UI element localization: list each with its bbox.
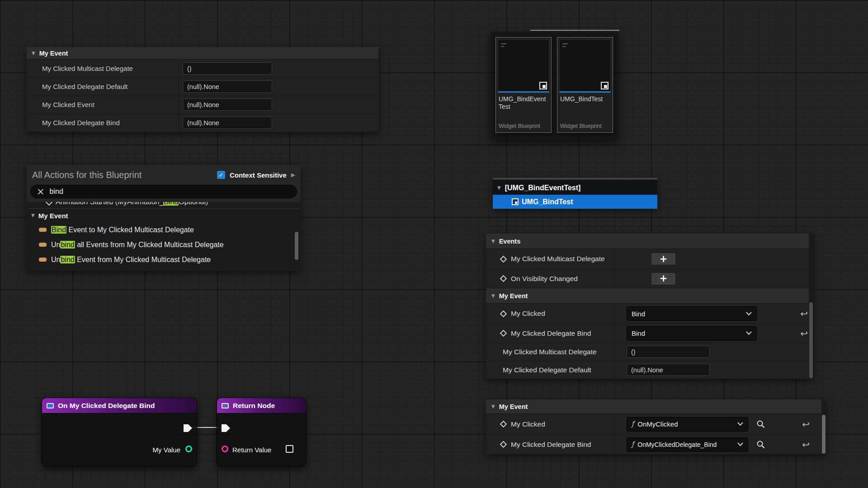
- property-value-field[interactable]: (null).None: [183, 117, 272, 129]
- reset-to-default-icon[interactable]: ↩: [802, 440, 810, 449]
- clear-search-icon[interactable]: ×: [37, 187, 45, 197]
- events-category-title: Events: [499, 238, 521, 245]
- action-item-label: Unbind all Events from My Clicked Multic…: [51, 241, 224, 249]
- collapse-triangle-icon: ▼: [31, 213, 35, 218]
- event-label: My Clicked: [511, 420, 545, 428]
- context-sensitive-checkbox[interactable]: ✓: [217, 171, 225, 179]
- bind-dropdown[interactable]: Bind: [627, 326, 757, 341]
- asset-name: UMG_BindTest: [557, 93, 613, 123]
- detail-row: My Clicked Delegate Default (null).None: [27, 78, 378, 96]
- chevron-down-icon: [746, 312, 752, 316]
- search-input[interactable]: × bind: [30, 185, 297, 198]
- function-icon: ƒ: [632, 441, 634, 448]
- category-title: My Event: [39, 50, 68, 57]
- node-header[interactable]: On My Clicked Delegate Bind: [42, 398, 197, 413]
- chevron-down-icon: [746, 331, 752, 335]
- browse-to-function-icon[interactable]: [756, 440, 765, 449]
- property-value-field[interactable]: (): [627, 346, 710, 358]
- add-event-button[interactable]: +: [651, 272, 676, 285]
- popup-top-edge: [530, 30, 619, 31]
- my-event-category-header[interactable]: ▼ My Event: [486, 399, 826, 414]
- details-panel: ▼ My Event My Clicked Multicast Delegate…: [27, 47, 378, 132]
- scrollbar-thumb[interactable]: [809, 302, 813, 378]
- collapse-triangle-icon: ▼: [32, 51, 35, 56]
- function-icon: ƒ: [632, 421, 634, 427]
- delegate-event-icon: [500, 421, 507, 428]
- my-event-category-header[interactable]: ▼ My Event: [486, 288, 813, 304]
- expand-arrow-icon[interactable]: ▶: [291, 172, 295, 178]
- category-header[interactable]: ▼ My Event: [27, 47, 378, 60]
- bound-events-panel: ▼ My Event My Clicked ƒ OnMyClicked ↩ My…: [486, 399, 826, 455]
- tree-root-label: [UMG_BindEventTest]: [505, 184, 581, 192]
- property-label: My Clicked Delegate Bind: [27, 119, 183, 127]
- node-title: On My Clicked Delegate Bind: [58, 402, 155, 410]
- property-label: My Clicked Event: [27, 101, 183, 108]
- bound-function-dropdown[interactable]: ƒ OnMyClickedDelegate_Bind: [627, 437, 748, 452]
- events-details-panel: ▼ Events My Clicked Multicast Delegate +…: [486, 234, 813, 379]
- action-item[interactable]: Bind Event to My Clicked Multicast Deleg…: [27, 222, 301, 237]
- detail-row: My Clicked Event (null).None: [27, 96, 378, 114]
- collapse-triangle-icon: ▼: [497, 186, 501, 190]
- bind-dropdown[interactable]: Bind: [627, 306, 757, 321]
- reset-to-default-icon[interactable]: ↩: [802, 420, 810, 429]
- delegate-function-icon: [39, 243, 47, 247]
- thumbnail-preview: [501, 43, 506, 44]
- bound-function-dropdown[interactable]: ƒ OnMyClicked: [627, 417, 748, 432]
- value-output-pin[interactable]: [185, 446, 192, 452]
- action-item-clipped[interactable]: Animation Started (MyAnimation_BindOptio…: [27, 202, 301, 209]
- asset-type: Widget Blueprint: [557, 123, 613, 132]
- property-value-field[interactable]: (null).None: [183, 99, 272, 111]
- property-label: My Clicked Multicast Delegate: [27, 65, 183, 72]
- action-item-label: Unbind Event from My Clicked Multicast D…: [51, 256, 211, 264]
- delegate-event-node[interactable]: On My Clicked Delegate Bind My Value: [42, 398, 197, 466]
- asset-type: Widget Blueprint: [496, 123, 551, 132]
- asset-name: UMG_BindEventTest: [496, 93, 551, 123]
- collapse-triangle-icon: ▼: [491, 404, 495, 409]
- node-header[interactable]: Return Node: [217, 398, 306, 413]
- event-bind-row: My Clicked Delegate Bind Bind ↩: [486, 324, 813, 343]
- asset-card[interactable]: UMG_BindTest Widget Blueprint: [557, 37, 613, 133]
- exec-input-pin[interactable]: [222, 424, 230, 432]
- action-item[interactable]: Unbind Event from My Clicked Multicast D…: [27, 252, 301, 267]
- add-event-button[interactable]: +: [651, 253, 676, 265]
- check-icon: ✓: [218, 172, 223, 178]
- property-label: My Clicked Multicast Delegate: [486, 348, 615, 356]
- property-value-field[interactable]: (): [183, 62, 272, 75]
- action-item-label: Bind Event to My Clicked Multicast Deleg…: [51, 226, 194, 234]
- events-category-header[interactable]: ▼ Events: [486, 234, 813, 249]
- collapse-triangle-icon: ▼: [491, 294, 495, 298]
- property-value-field[interactable]: (null).None: [183, 80, 272, 93]
- widget-blueprint-icon: [512, 198, 519, 205]
- delegate-event-icon: [500, 330, 507, 337]
- reset-to-default-icon[interactable]: ↩: [800, 309, 808, 318]
- tree-root-row[interactable]: ▼ [UMG_BindEventTest]: [493, 181, 657, 195]
- detail-row: My Clicked Delegate Bind (null).None: [27, 114, 378, 132]
- dropdown-selected-value: Bind: [632, 310, 742, 318]
- chevron-down-icon: [737, 442, 743, 446]
- action-item[interactable]: Unbind all Events from My Clicked Multic…: [27, 237, 301, 252]
- action-item-label: Animation Started (MyAnimation_BindOptio…: [56, 202, 208, 206]
- exec-output-pin[interactable]: [184, 424, 192, 432]
- widget-blueprint-icon: [539, 82, 547, 89]
- actions-result-list: Animation Started (MyAnimation_BindOptio…: [27, 202, 301, 271]
- tree-child-row-selected[interactable]: UMG_BindTest: [493, 195, 657, 209]
- actions-category-row[interactable]: ▼ My Event: [27, 209, 301, 222]
- search-row: × bind: [27, 185, 301, 202]
- asset-card[interactable]: UMG_BindEventTest Widget Blueprint: [495, 37, 552, 133]
- value-input-pin[interactable]: [222, 446, 228, 452]
- return-node[interactable]: Return Node Return Value: [217, 398, 306, 466]
- return-value-checkbox[interactable]: [286, 445, 293, 453]
- scrollbar-thumb[interactable]: [822, 415, 826, 454]
- dropdown-selected-value: Bind: [632, 329, 742, 337]
- event-label: My Clicked Delegate Bind: [511, 329, 591, 338]
- reset-to-default-icon[interactable]: ↩: [800, 329, 808, 338]
- multicast-delegate-icon: [500, 255, 507, 263]
- property-row: My Clicked Multicast Delegate (): [486, 343, 813, 361]
- scrollbar-thumb[interactable]: [295, 232, 298, 260]
- event-label: My Clicked Multicast Delegate: [511, 255, 605, 263]
- collapse-triangle-icon: ▼: [491, 239, 495, 244]
- browse-to-function-icon[interactable]: [756, 420, 765, 428]
- property-value-field[interactable]: (null).None: [627, 364, 710, 376]
- thumbnail-preview: [562, 43, 568, 44]
- event-add-row: On Visibility Changed +: [486, 269, 813, 288]
